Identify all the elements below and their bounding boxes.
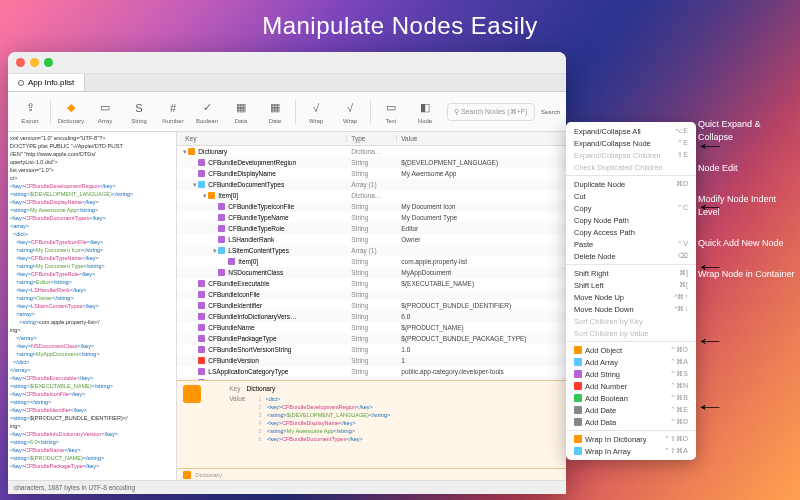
col-header-type[interactable]: Type [347, 135, 397, 142]
menu-item-copy-node-path[interactable]: Copy Node Path [566, 214, 696, 226]
tree-row[interactable]: CFBundleIdentifierString$(PRODUCT_BUNDLE… [177, 300, 566, 311]
tree-row[interactable]: CFBundleTypeRoleStringEditor [177, 223, 566, 234]
close-button[interactable] [16, 58, 25, 67]
menu-item-shift-left[interactable]: Shift Left⌘[ [566, 279, 696, 291]
toolbar-node-button[interactable]: ◧Node [409, 100, 441, 124]
node-value[interactable]: public.app-category.developer-tools [397, 366, 566, 377]
menu-item-wrap-in-dictionary[interactable]: Wrap In Dictionary⌃⇧⌘O [566, 433, 696, 445]
tree-row[interactable]: ▾DictionaryDictiona… [177, 146, 566, 157]
toolbar-number-button[interactable]: #Number [157, 100, 189, 124]
detail-value-body[interactable]: 1<dict>2 <key>CFBundleDevelopmentRegion<… [251, 395, 390, 443]
xml-line[interactable]: <key>CFBundleName</key> [10, 446, 174, 454]
tree-row[interactable]: CFBundleTypeIconFileStringMy Document Ic… [177, 201, 566, 212]
menu-item-delete-node[interactable]: Delete Node⌫ [566, 250, 696, 262]
tree-row[interactable]: CFBundleNameString$(PRODUCT_NAME) [177, 322, 566, 333]
xml-line[interactable]: xml version="1.0" encoding="UTF-8"?> [10, 134, 174, 142]
tree-row[interactable]: LSApplicationCategoryTypeStringpublic.ap… [177, 366, 566, 377]
node-value[interactable]: $(PRODUCT_BUNDLE_PACKAGE_TYPE) [397, 333, 566, 344]
node-value[interactable]: My Document Type [397, 212, 566, 223]
tree-row[interactable]: CFBundleExecutableString$(EXECUTABLE_NAM… [177, 278, 566, 289]
disclosure-triangle-icon[interactable]: ▾ [211, 245, 218, 256]
toolbar-boolean-button[interactable]: ✓Boolean [191, 100, 223, 124]
menu-item-add-string[interactable]: Add String⌃⌘S [566, 368, 696, 380]
toolbar-string-button[interactable]: SString [123, 100, 155, 124]
menu-item-copy[interactable]: Copy⌃C [566, 202, 696, 214]
toolbar-text-button[interactable]: ▭Text [375, 100, 407, 124]
xml-line[interactable]: </dict> [10, 358, 174, 366]
xml-line[interactable]: //EN" "http://www.apple.com/DTDs/ [10, 150, 174, 158]
zoom-button[interactable] [44, 58, 53, 67]
xml-line[interactable]: ing> [10, 422, 174, 430]
node-value[interactable]: com.apple.property-list [397, 256, 566, 267]
xml-line[interactable]: <key>CFBundleTypeRole</key> [10, 270, 174, 278]
disclosure-triangle-icon[interactable]: ▾ [201, 190, 208, 201]
xml-line[interactable]: opertyList-1.0.dtd"> [10, 158, 174, 166]
xml-line[interactable]: <key>NSDocumentClass</key> [10, 342, 174, 350]
node-value[interactable]: 1 [397, 355, 566, 366]
xml-line[interactable]: <key>LSHandlerRank</key> [10, 286, 174, 294]
xml-line[interactable]: <string>MyAppDocument</string> [10, 350, 174, 358]
tree-row[interactable]: LSHandlerRankStringOwner [177, 234, 566, 245]
xml-line[interactable]: <array> [10, 310, 174, 318]
xml-line[interactable]: <string>My Document Type</string> [10, 262, 174, 270]
xml-line[interactable]: <key>CFBundleInfoDictionaryVersion</key> [10, 430, 174, 438]
context-menu[interactable]: Expand/Collapse All⌥EExpand/Collapse Nod… [566, 122, 696, 460]
tree-row[interactable]: ▾Item[0]Dictiona… [177, 190, 566, 201]
xml-line[interactable]: </array> [10, 366, 174, 374]
toolbar-array-button[interactable]: ▭Array [89, 100, 121, 124]
xml-line[interactable]: ct> [10, 174, 174, 182]
node-value[interactable]: MyAppDocument [397, 267, 566, 278]
xml-line[interactable]: <key>CFBundleDocumentTypes</key> [10, 214, 174, 222]
tab-close-icon[interactable] [18, 80, 24, 86]
tree-row[interactable]: CFBundleVersionString1 [177, 355, 566, 366]
menu-item-add-boolean[interactable]: Add Boolean⌃⌘B [566, 392, 696, 404]
toolbar-wrap-button[interactable]: √Wrap [300, 100, 332, 124]
xml-line[interactable]: <key>CFBundleDevelopmentRegion</key> [10, 182, 174, 190]
col-header-key[interactable]: Key [177, 135, 347, 142]
minimize-button[interactable] [30, 58, 39, 67]
tree-row[interactable]: CFBundlePackageTypeString$(PRODUCT_BUNDL… [177, 333, 566, 344]
tree-row[interactable]: CFBundleDevelopmentRegionString$(DEVELOP… [177, 157, 566, 168]
tree-row[interactable]: ▾LSItemContentTypesArray (1) [177, 245, 566, 256]
search-input[interactable]: ⚲ Search Nodes (⌘+F) [447, 103, 535, 121]
node-value[interactable]: $(DEVELOPMENT_LANGUAGE) [397, 157, 566, 168]
node-value[interactable]: 1.0 [397, 344, 566, 355]
toolbar-wrap-button[interactable]: √Wrap [334, 100, 366, 124]
disclosure-triangle-icon[interactable]: ▾ [181, 146, 188, 157]
node-value[interactable]: $(PRODUCT_NAME) [397, 322, 566, 333]
menu-item-add-object[interactable]: Add Object⌃⌘O [566, 344, 696, 356]
xml-line[interactable]: <array> [10, 222, 174, 230]
menu-item-copy-access-path[interactable]: Copy Access Path [566, 226, 696, 238]
col-header-value[interactable]: Value [397, 135, 566, 142]
xml-line[interactable]: <string>Editor</string> [10, 278, 174, 286]
node-value[interactable]: Owner [397, 234, 566, 245]
menu-item-expand-collapse-all[interactable]: Expand/Collapse All⌥E [566, 125, 696, 137]
toolbar-date-button[interactable]: ▦Date [259, 100, 291, 124]
xml-line[interactable]: <key>CFBundleDisplayName</key> [10, 198, 174, 206]
disclosure-triangle-icon[interactable]: ▾ [191, 179, 198, 190]
document-tab[interactable]: App Info.plist [8, 74, 85, 91]
xml-line[interactable]: DOCTYPE plist PUBLIC "-//Apple//DTD PLIS… [10, 142, 174, 150]
tree-row[interactable]: CFBundleInfoDictionaryVers…String6.0 [177, 311, 566, 322]
xml-line[interactable]: <string>$(EXECUTABLE_NAME)</string> [10, 382, 174, 390]
xml-line[interactable]: <string>My Awensome App</string> [10, 206, 174, 214]
menu-item-duplicate-node[interactable]: Duplicate Node⌘D [566, 178, 696, 190]
toolbar-export-button[interactable]: ⇪Export [14, 100, 46, 124]
node-value[interactable]: My Awensome App [397, 168, 566, 179]
toolbar-data-button[interactable]: ▦Data [225, 100, 257, 124]
xml-line[interactable]: <string></string> [10, 398, 174, 406]
xml-line[interactable]: <string>Owner</string> [10, 294, 174, 302]
xml-line[interactable]: <key>CFBundleExecutable</key> [10, 374, 174, 382]
menu-item-add-data[interactable]: Add Data⌃⌘D [566, 416, 696, 428]
xml-line[interactable]: <key>CFBundleTypeName</key> [10, 254, 174, 262]
tree-row[interactable]: ▾CFBundleDocumentTypesArray (1) [177, 179, 566, 190]
xml-line[interactable]: <key>CFBundleIconFile</key> [10, 390, 174, 398]
menu-item-wrap-in-array[interactable]: Wrap In Array⌃⇧⌘A [566, 445, 696, 457]
menu-item-add-array[interactable]: Add Array⌃⌘A [566, 356, 696, 368]
menu-item-add-date[interactable]: Add Date⌃⌘E [566, 404, 696, 416]
menu-item-cut[interactable]: Cut [566, 190, 696, 202]
xml-line[interactable]: ing> [10, 326, 174, 334]
node-value[interactable]: $(EXECUTABLE_NAME) [397, 278, 566, 289]
tree-row[interactable]: NSDocumentClassStringMyAppDocument [177, 267, 566, 278]
xml-line[interactable]: list version="1.0"> [10, 166, 174, 174]
